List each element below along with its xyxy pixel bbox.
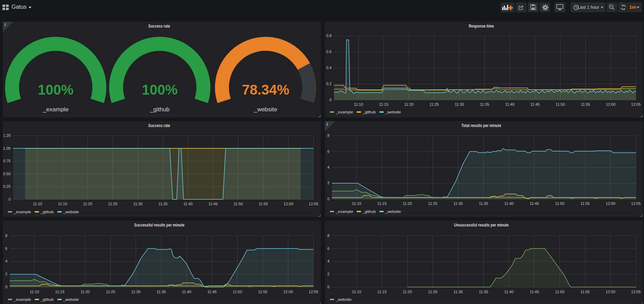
svg-text:11:40: 11:40 [504,289,514,294]
svg-text:12:00: 12:00 [283,289,293,294]
svg-text:11:35: 11:35 [158,202,168,206]
svg-text:11:25: 11:25 [430,102,439,106]
svg-text:11:15: 11:15 [378,201,387,206]
svg-text:4: 4 [327,165,329,169]
svg-text:4: 4 [327,259,329,263]
svg-text:11:40: 11:40 [505,102,515,106]
svg-text:12:05: 12:05 [631,201,641,206]
svg-text:6: 6 [327,149,329,153]
svg-text:12:00: 12:00 [606,102,616,106]
svg-text:12:05: 12:05 [309,289,319,294]
svg-text:11:50: 11:50 [556,102,565,106]
svg-text:12:05: 12:05 [631,102,641,106]
svg-text:0.6: 0.6 [326,49,331,53]
svg-text:0.2: 0.2 [326,81,331,86]
svg-text:1.00: 1.00 [3,146,10,150]
svg-text:11:20: 11:20 [81,289,90,294]
svg-text:11:50: 11:50 [233,289,242,294]
svg-text:11:55: 11:55 [258,289,268,294]
svg-text:0: 0 [329,97,331,102]
svg-text:11:40: 11:40 [182,289,191,294]
svg-text:11:10: 11:10 [352,289,361,294]
svg-text:11:30: 11:30 [131,289,141,294]
svg-text:11:20: 11:20 [403,289,412,294]
svg-text:11:30: 11:30 [455,102,464,106]
svg-text:11:10: 11:10 [30,289,39,294]
svg-text:12:00: 12:00 [606,289,616,294]
svg-text:1.25: 1.25 [3,133,10,138]
svg-text:4: 4 [5,259,7,263]
svg-text:11:45: 11:45 [208,202,218,206]
svg-text:0.50: 0.50 [3,171,10,176]
svg-text:11:15: 11:15 [55,289,65,294]
svg-text:11:25: 11:25 [428,289,438,294]
svg-text:11:35: 11:35 [479,289,488,294]
svg-text:11:20: 11:20 [404,102,414,106]
svg-text:11:35: 11:35 [479,201,488,206]
svg-text:_example: _example [43,106,69,113]
svg-text:8: 8 [327,133,329,138]
svg-text:11:55: 11:55 [580,201,590,206]
svg-text:11:55: 11:55 [259,202,268,206]
svg-text:11:45: 11:45 [530,201,539,206]
svg-text:11:35: 11:35 [480,102,489,106]
svg-text:0.75: 0.75 [3,159,10,163]
svg-text:100%: 100% [38,82,73,97]
svg-text:11:30: 11:30 [454,289,463,294]
svg-text:11:25: 11:25 [428,201,438,206]
svg-text:11:10: 11:10 [354,102,363,106]
svg-text:11:50: 11:50 [234,202,243,206]
svg-text:2: 2 [5,272,7,276]
svg-text:11:50: 11:50 [555,201,565,206]
svg-text:0.8: 0.8 [326,33,331,37]
svg-text:0.25: 0.25 [3,184,10,188]
svg-text:11:40: 11:40 [183,202,193,206]
svg-text:12:05: 12:05 [631,289,641,294]
svg-text:11:20: 11:20 [83,202,93,206]
svg-text:11:20: 11:20 [403,201,412,206]
svg-text:12:00: 12:00 [284,202,293,206]
svg-text:11:55: 11:55 [580,289,590,294]
svg-text:8: 8 [5,233,7,237]
svg-text:0: 0 [8,197,10,201]
svg-text:11:55: 11:55 [581,102,590,106]
svg-text:11:30: 11:30 [133,202,142,206]
svg-text:11:50: 11:50 [555,289,565,294]
svg-text:8: 8 [327,233,329,237]
svg-text:0: 0 [327,197,329,201]
svg-text:6: 6 [327,246,329,250]
svg-text:11:45: 11:45 [530,102,540,106]
svg-text:11:25: 11:25 [106,289,115,294]
svg-text:11:10: 11:10 [352,201,361,206]
svg-text:2: 2 [327,181,329,185]
svg-text:11:40: 11:40 [504,201,514,206]
svg-text:6: 6 [5,246,7,250]
svg-text:12:05: 12:05 [309,202,319,206]
svg-text:11:15: 11:15 [378,289,387,294]
svg-text:11:35: 11:35 [156,289,166,294]
svg-text:12:00: 12:00 [606,201,616,206]
svg-text:11:15: 11:15 [58,202,67,206]
svg-text:11:15: 11:15 [379,102,389,106]
svg-text:11:10: 11:10 [33,202,42,206]
svg-text:0: 0 [327,285,329,289]
svg-text:78.34%: 78.34% [242,82,290,97]
svg-text:100%: 100% [142,82,177,97]
svg-text:_github: _github [150,106,170,113]
svg-text:0.4: 0.4 [326,65,331,69]
svg-text:0: 0 [5,285,7,289]
svg-text:11:45: 11:45 [530,289,539,294]
svg-text:11:30: 11:30 [454,201,463,206]
svg-text:11:25: 11:25 [108,202,118,206]
svg-text:2: 2 [327,272,329,276]
svg-text:11:45: 11:45 [207,289,217,294]
svg-text:_website: _website [254,106,277,113]
